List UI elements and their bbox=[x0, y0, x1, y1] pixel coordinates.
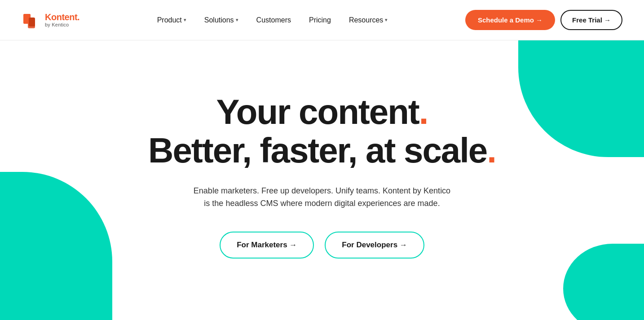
nav-item-product[interactable]: Product ▾ bbox=[157, 16, 186, 24]
schedule-demo-button[interactable]: Schedule a Demo → bbox=[465, 10, 555, 30]
nav-link-solutions[interactable]: Solutions ▾ bbox=[204, 16, 238, 24]
nav-item-customers[interactable]: Customers bbox=[256, 16, 291, 24]
nav-link-pricing[interactable]: Pricing bbox=[309, 16, 331, 24]
nav-actions: Schedule a Demo → Free Trial → bbox=[465, 10, 622, 30]
hero-section: Your content. Better, faster, at scale. … bbox=[0, 40, 644, 320]
logo-icon bbox=[22, 10, 41, 30]
hero-title: Your content. Better, faster, at scale. bbox=[148, 93, 496, 170]
chevron-down-icon: ▾ bbox=[385, 17, 388, 23]
decorative-shape-top-right bbox=[518, 40, 644, 157]
nav-link-resources[interactable]: Resources ▾ bbox=[349, 16, 388, 24]
chevron-down-icon: ▾ bbox=[236, 17, 238, 23]
svg-rect-3 bbox=[29, 18, 35, 26]
nav-item-resources[interactable]: Resources ▾ bbox=[349, 16, 388, 24]
nav-link-customers[interactable]: Customers bbox=[256, 16, 291, 24]
nav-links: Product ▾ Solutions ▾ Customers Pricing … bbox=[157, 16, 388, 24]
for-developers-button[interactable]: For Developers → bbox=[325, 232, 424, 259]
logo-text: Kontent. by Kentico bbox=[45, 12, 79, 27]
nav-item-solutions[interactable]: Solutions ▾ bbox=[204, 16, 238, 24]
nav-link-product[interactable]: Product ▾ bbox=[157, 16, 186, 24]
logo-sub: by Kentico bbox=[45, 22, 79, 27]
hero-content: Your content. Better, faster, at scale. … bbox=[148, 93, 496, 259]
nav-item-pricing[interactable]: Pricing bbox=[309, 16, 331, 24]
hero-subtitle: Enable marketers. Free up developers. Un… bbox=[192, 184, 452, 210]
chevron-down-icon: ▾ bbox=[184, 17, 186, 23]
decorative-shape-right-middle bbox=[563, 244, 644, 320]
logo[interactable]: Kontent. by Kentico bbox=[22, 10, 79, 30]
free-trial-button[interactable]: Free Trial → bbox=[560, 10, 622, 30]
for-marketers-button[interactable]: For Marketers → bbox=[220, 232, 314, 259]
logo-brand: Kontent. bbox=[45, 12, 79, 22]
navbar: Kontent. by Kentico Product ▾ Solutions … bbox=[0, 0, 644, 40]
decorative-shape-left-bottom bbox=[0, 172, 112, 320]
hero-buttons: For Marketers → For Developers → bbox=[148, 232, 496, 259]
